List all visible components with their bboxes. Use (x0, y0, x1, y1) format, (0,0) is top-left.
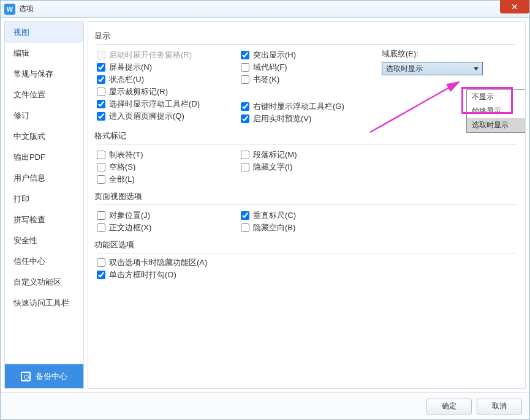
sidebar-item-6[interactable]: 输出PDF (5, 147, 83, 168)
display-left-2-checkbox[interactable] (97, 75, 105, 84)
page-mid-1-label: 隐藏空白(B) (253, 222, 295, 233)
format-left-0-checkbox[interactable] (97, 151, 105, 159)
section-title-page: 页面视图选项 (94, 191, 517, 202)
display-left-0-label: 启动时展开任务窗格(R) (109, 50, 192, 61)
page-left-1-checkbox[interactable] (97, 223, 105, 232)
section-title-ribbon: 功能区选项 (94, 239, 517, 250)
page-left-0-checkbox[interactable] (97, 211, 105, 220)
display-left-2-label: 状态栏(U) (109, 74, 144, 85)
sidebar-item-1[interactable]: 编辑 (5, 43, 83, 64)
sidebar-item-4[interactable]: 修订 (5, 105, 83, 126)
display-mid-1-checkbox[interactable] (241, 63, 249, 72)
field-shading-dropdown[interactable]: 选取时显示 (382, 62, 483, 75)
ribbon-1-label: 单击方框时打勾(O) (109, 269, 176, 280)
dialog-footer: 确定 取消 (1, 392, 529, 419)
format-mid-0[interactable]: 段落标记(M) (241, 149, 382, 160)
display-mid-4[interactable]: 右键时显示浮动工具栏(G) (241, 101, 382, 112)
section-title-display: 显示 (94, 31, 517, 42)
ribbon-1[interactable]: 单击方框时打勾(O) (97, 269, 517, 280)
display-left-5-checkbox[interactable] (97, 112, 105, 121)
sidebar-item-9[interactable]: 拼写检查 (5, 209, 83, 230)
display-left-3-checkbox[interactable] (97, 88, 105, 96)
sidebar: 视图编辑常规与保存文件位置修订中文版式输出PDF用户信息打印拼写检查安全性信任中… (4, 21, 84, 389)
ok-button[interactable]: 确定 (426, 399, 472, 414)
sidebar-item-2[interactable]: 常规与保存 (5, 64, 83, 84)
display-mid-2-checkbox[interactable] (241, 75, 249, 84)
page-mid-1-checkbox[interactable] (241, 223, 249, 232)
display-left-1-checkbox[interactable] (97, 63, 105, 72)
field-shading-value: 选取时显示 (386, 64, 423, 74)
format-left-1-checkbox[interactable] (97, 163, 105, 171)
page-mid-0[interactable]: 垂直标尺(C) (241, 210, 382, 221)
page-left-1[interactable]: 正文边框(X) (97, 222, 241, 233)
display-mid-5-label: 启用实时预览(V) (253, 113, 311, 124)
display-left-2[interactable]: 状态栏(U) (97, 74, 241, 85)
display-mid-1-label: 域代码(F) (253, 62, 287, 73)
field-shading-option-0[interactable]: 不显示 (467, 90, 526, 104)
format-left-2[interactable]: 全部(L) (97, 174, 241, 185)
display-mid-5[interactable]: 启用实时预览(V) (241, 113, 382, 124)
display-left-0-checkbox (97, 51, 105, 59)
display-mid-4-checkbox[interactable] (241, 102, 249, 111)
display-left-1[interactable]: 屏幕提示(N) (97, 62, 241, 73)
field-shading-option-2[interactable]: 选取时显示 (467, 118, 526, 132)
format-left-2-label: 全部(L) (109, 174, 135, 185)
field-shading-options[interactable]: 不显示始终显示选取时显示 (466, 89, 526, 133)
format-mid-1[interactable]: 隐藏文字(I) (241, 162, 382, 173)
sidebar-item-3[interactable]: 文件位置 (5, 84, 83, 105)
sidebar-item-11[interactable]: 信任中心 (5, 251, 83, 272)
display-left-0: 启动时展开任务窗格(R) (97, 50, 241, 61)
display-left-3[interactable]: 显示裁剪标记(R) (97, 86, 241, 97)
sidebar-item-12[interactable]: 自定义功能区 (5, 272, 83, 293)
format-left-1[interactable]: 空格(S) (97, 162, 241, 173)
display-mid-4-label: 右键时显示浮动工具栏(G) (253, 101, 344, 112)
ribbon-0[interactable]: 双击选项卡时隐藏功能区(A) (97, 257, 517, 268)
ribbon-0-label: 双击选项卡时隐藏功能区(A) (109, 257, 207, 268)
display-left-4-checkbox[interactable] (97, 100, 105, 108)
backup-label: 备份中心 (36, 371, 67, 382)
display-mid-0-label: 突出显示(H) (253, 50, 296, 61)
page-left-0[interactable]: 对象位置(J) (97, 210, 241, 221)
display-mid-2-label: 书签(K) (253, 74, 279, 85)
sidebar-item-5[interactable]: 中文版式 (5, 126, 83, 147)
app-icon: W (4, 4, 15, 15)
display-left-3-label: 显示裁剪标记(R) (109, 86, 168, 97)
display-mid-2[interactable]: 书签(K) (241, 74, 382, 85)
format-mid-0-checkbox[interactable] (241, 151, 249, 159)
format-mid-1-label: 隐藏文字(I) (253, 162, 292, 173)
disk-icon (21, 372, 31, 381)
page-left-0-label: 对象位置(J) (109, 210, 150, 221)
format-left-1-label: 空格(S) (109, 162, 135, 173)
window-title: 选项 (19, 4, 34, 14)
display-left-5[interactable]: 进入页眉页脚提示(Q) (97, 111, 241, 122)
close-button[interactable]: ✕ (500, 0, 529, 13)
format-left-2-checkbox[interactable] (97, 175, 105, 184)
page-left-1-label: 正文边框(X) (109, 222, 151, 233)
display-mid-0-checkbox[interactable] (241, 51, 249, 59)
ribbon-1-checkbox[interactable] (97, 271, 105, 279)
display-left-5-label: 进入页眉页脚提示(Q) (109, 111, 184, 122)
sidebar-item-10[interactable]: 安全性 (5, 230, 83, 251)
sidebar-item-8[interactable]: 打印 (5, 189, 83, 209)
display-mid-5-checkbox[interactable] (241, 114, 249, 123)
display-left-4-label: 选择时显示浮动工具栏(D) (109, 99, 200, 110)
display-mid-0[interactable]: 突出显示(H) (241, 50, 382, 61)
cancel-button[interactable]: 取消 (477, 399, 522, 414)
sidebar-item-13[interactable]: 快速访问工具栏 (5, 293, 83, 313)
format-left-0[interactable]: 制表符(T) (97, 149, 241, 160)
display-left-4[interactable]: 选择时显示浮动工具栏(D) (97, 99, 241, 110)
format-mid-0-label: 段落标记(M) (253, 149, 297, 160)
display-left-1-label: 屏幕提示(N) (109, 62, 152, 73)
format-left-0-label: 制表符(T) (109, 149, 143, 160)
sidebar-item-0[interactable]: 视图 (5, 22, 83, 43)
page-mid-1[interactable]: 隐藏空白(B) (241, 222, 382, 233)
display-mid-1[interactable]: 域代码(F) (241, 62, 382, 73)
field-shading-option-1[interactable]: 始终显示 (467, 104, 526, 118)
section-title-format: 格式标记 (94, 130, 517, 141)
format-mid-1-checkbox[interactable] (241, 163, 249, 171)
backup-center-button[interactable]: 备份中心 (5, 364, 83, 388)
sidebar-item-7[interactable]: 用户信息 (5, 168, 83, 189)
page-mid-0-checkbox[interactable] (241, 211, 249, 220)
page-mid-0-label: 垂直标尺(C) (253, 210, 296, 221)
ribbon-0-checkbox[interactable] (97, 258, 105, 267)
